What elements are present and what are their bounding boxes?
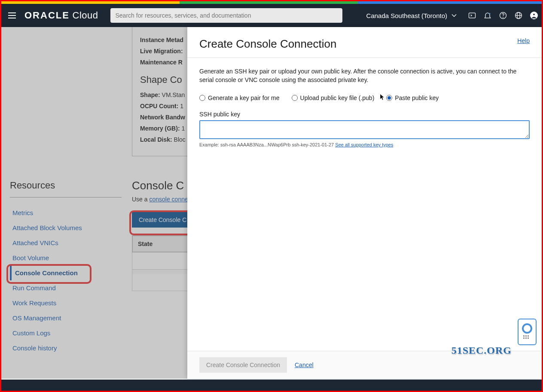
svg-point-3 xyxy=(503,17,503,18)
radio-paste-key[interactable]: Paste public key xyxy=(386,94,439,101)
radio-label: Generate a key pair for me xyxy=(208,94,280,101)
brand-suffix: Cloud xyxy=(73,10,98,21)
radio-icon xyxy=(386,95,392,101)
ssh-example-text: Example: ssh-rsa AAAAB3Nza...NWap6Prb ss… xyxy=(199,142,530,147)
radio-label: Paste public key xyxy=(395,94,439,101)
language-icon[interactable] xyxy=(511,8,526,23)
help-link[interactable]: Help xyxy=(517,37,530,44)
region-label: Canada Southeast (Toronto) xyxy=(366,12,447,19)
notifications-icon[interactable] xyxy=(480,8,495,23)
brand-logo: ORACLE Cloud xyxy=(24,10,98,21)
drag-handle-icon xyxy=(523,335,531,340)
radio-icon xyxy=(199,95,205,101)
menu-toggle[interactable] xyxy=(1,12,23,18)
radio-icon xyxy=(292,95,298,101)
create-console-connection-submit[interactable]: Create Console Connection xyxy=(199,357,287,373)
ssh-key-option-group: Generate a key pair for me Upload public… xyxy=(199,94,530,101)
brand-name: ORACLE xyxy=(24,10,70,21)
svg-point-8 xyxy=(533,13,535,15)
watermark-text: 51SEC.ORG xyxy=(451,345,512,356)
profile-icon[interactable] xyxy=(526,8,542,23)
radio-generate-key[interactable]: Generate a key pair for me xyxy=(199,94,280,101)
radio-label: Upload public key file (.pub) xyxy=(300,94,375,101)
panel-title: Create Console Connection xyxy=(199,37,336,51)
cloud-shell-icon[interactable] xyxy=(464,8,480,23)
radio-upload-key[interactable]: Upload public key file (.pub) xyxy=(292,94,375,101)
floating-help-widget[interactable] xyxy=(518,319,537,345)
global-header: ORACLE Cloud Canada Southeast (Toronto) xyxy=(1,4,542,27)
ssh-public-key-input[interactable] xyxy=(199,120,530,139)
footer-bar xyxy=(1,380,542,391)
cancel-link[interactable]: Cancel xyxy=(295,362,314,368)
search-input[interactable] xyxy=(110,8,342,23)
lifebuoy-icon xyxy=(522,323,532,334)
chevron-down-icon xyxy=(450,11,458,20)
ssh-key-label: SSH public key xyxy=(199,111,530,118)
svg-point-1 xyxy=(489,13,490,14)
create-console-connection-panel: Create Console Connection Help Generate … xyxy=(187,27,542,379)
region-selector[interactable]: Canada Southeast (Toronto) xyxy=(366,11,458,20)
help-icon[interactable] xyxy=(495,8,511,23)
supported-key-types-link[interactable]: See all supported key types xyxy=(335,142,393,147)
panel-intro-text: Generate an SSH key pair or upload your … xyxy=(199,67,530,84)
